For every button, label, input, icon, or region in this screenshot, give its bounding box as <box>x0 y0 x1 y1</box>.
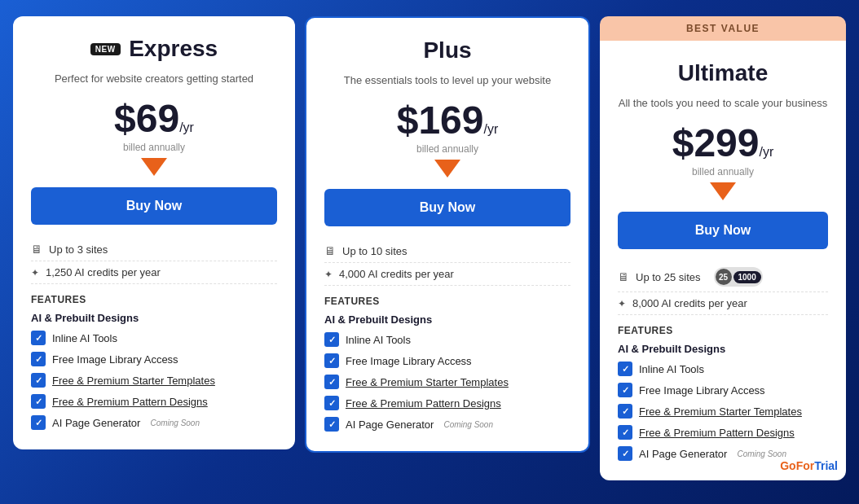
plus-feature-5: AI Page Generator Coming Soon <box>324 414 570 435</box>
check-icon <box>31 352 46 366</box>
plus-feature-1: Inline AI Tools <box>324 329 570 350</box>
ai-icon: ✦ <box>324 269 333 280</box>
plus-plan-card: Plus The essentials tools to level up yo… <box>305 16 590 453</box>
ultimate-sites: 🖥 Up to 25 sites 25 1000 <box>618 262 828 292</box>
ultimate-period: /yr <box>760 145 774 159</box>
ultimate-feature-4-text[interactable]: Free & Premium Pattern Designs <box>639 427 795 439</box>
express-period: /yr <box>179 121 194 134</box>
express-feature-1-text: Inline AI Tools <box>52 332 117 344</box>
brand-go: Go <box>780 459 795 472</box>
ultimate-description: All the tools you need to scale your bus… <box>618 96 828 111</box>
plus-buy-button[interactable]: Buy Now <box>324 189 570 226</box>
best-value-banner: BEST VALUE <box>600 16 846 41</box>
ai-icon: ✦ <box>618 298 626 309</box>
ultimate-features-subheading: AI & Prebuilt Designs <box>618 343 828 355</box>
express-feature-5-text: AI Page Generator <box>52 417 140 429</box>
sites-icon: 🖥 <box>618 270 629 283</box>
arrow-down-icon <box>434 160 460 177</box>
express-feature-4-text[interactable]: Free & Premium Pattern Designs <box>52 396 208 408</box>
check-icon <box>31 373 46 388</box>
plus-ai-credits-text: 4,000 AI credits per year <box>339 268 454 280</box>
ultimate-buy-button[interactable]: Buy Now <box>618 212 828 249</box>
arrow-down-icon <box>710 182 736 200</box>
check-icon <box>618 425 632 440</box>
ultimate-feature-1: Inline AI Tools <box>618 358 828 379</box>
ultimate-features-label: FEATURES <box>618 325 828 336</box>
plus-plan-name: Plus <box>423 37 471 63</box>
plus-feature-3: Free & Premium Starter Templates <box>324 371 570 392</box>
plus-ai-credits: ✦ 4,000 AI credits per year <box>324 263 570 286</box>
check-icon <box>324 375 339 389</box>
ultimate-price: $299 <box>672 121 760 164</box>
ultimate-plan-card: Ultimate All the tools you need to scale… <box>600 41 846 480</box>
plus-sites-text: Up to 10 sites <box>342 245 407 257</box>
ultimate-coming-soon: Coming Soon <box>737 449 786 458</box>
express-feature-1: Inline AI Tools <box>31 327 277 348</box>
express-feature-5: AI Page Generator Coming Soon <box>31 412 277 433</box>
plus-feature-2: Free Image Library Access <box>324 350 570 371</box>
express-feature-3: Free & Premium Starter Templates <box>31 370 277 391</box>
plus-feature-2-text: Free Image Library Access <box>346 355 472 367</box>
sites-icon: 🖥 <box>324 244 336 257</box>
express-buy-button[interactable]: Buy Now <box>31 187 277 225</box>
express-header: NEW Express <box>31 36 277 62</box>
check-icon <box>618 362 632 376</box>
express-features-subheading: AI & Prebuilt Designs <box>31 312 277 324</box>
express-feature-3-text[interactable]: Free & Premium Starter Templates <box>52 375 215 387</box>
ultimate-plan-name: Ultimate <box>678 60 768 85</box>
plus-coming-soon: Coming Soon <box>443 420 493 429</box>
plus-description: The essentials tools to level up your we… <box>324 73 570 88</box>
express-sites: 🖥 Up to 3 sites <box>31 238 277 261</box>
ultimate-billing: billed annually <box>618 166 828 177</box>
plus-feature-3-text[interactable]: Free & Premium Starter Templates <box>346 376 509 388</box>
ultimate-sites-text: Up to 25 sites <box>636 271 701 283</box>
check-icon <box>618 404 632 419</box>
express-feature-4: Free & Premium Pattern Designs <box>31 391 277 412</box>
check-icon <box>324 396 339 410</box>
check-icon <box>324 417 339 432</box>
plus-period: /yr <box>484 122 499 136</box>
ultimate-feature-3-text[interactable]: Free & Premium Starter Templates <box>639 405 802 418</box>
express-billing: billed annually <box>31 142 277 153</box>
ultimate-feature-2: Free Image Library Access <box>618 379 828 401</box>
sites-icon: 🖥 <box>31 243 42 256</box>
new-badge: NEW <box>90 43 121 55</box>
check-icon <box>618 446 632 461</box>
express-plan-card: NEW Express Perfect for website creators… <box>13 16 295 449</box>
check-icon <box>31 415 46 430</box>
ultimate-arrow <box>618 182 828 204</box>
brand-trial: Trial <box>814 459 838 472</box>
pricing-container: NEW Express Perfect for website creators… <box>8 16 851 480</box>
brand-for: For <box>796 459 815 472</box>
ultimate-plan-wrapper: BEST VALUE Ultimate All the tools you ne… <box>600 16 846 480</box>
plus-header: Plus <box>324 37 570 64</box>
ai-icon: ✦ <box>31 267 39 278</box>
express-price-section: $69/yr <box>31 99 277 138</box>
express-ai-credits: ✦ 1,250 AI credits per year <box>31 261 277 284</box>
ultimate-feature-3: Free & Premium Starter Templates <box>618 401 828 422</box>
plus-arrow <box>324 160 570 181</box>
express-plan-name: Express <box>129 36 218 61</box>
check-icon <box>618 383 632 397</box>
express-ai-credits-text: 1,250 AI credits per year <box>46 266 161 278</box>
ultimate-ai-credits-text: 8,000 AI credits per year <box>632 297 747 309</box>
plus-billing: billed annually <box>324 143 570 155</box>
express-sites-text: Up to 3 sites <box>49 243 108 256</box>
slider-current: 25 <box>716 269 732 285</box>
check-icon <box>31 331 46 345</box>
brand-logo: GoForTrial <box>780 459 838 472</box>
plus-sites: 🖥 Up to 10 sites <box>324 239 570 263</box>
ultimate-feature-5-text: AI Page Generator <box>639 448 727 460</box>
sites-slider[interactable]: 25 1000 <box>714 267 763 287</box>
express-feature-2-text: Free Image Library Access <box>52 353 178 366</box>
slider-max: 1000 <box>733 271 761 283</box>
express-price: $69 <box>114 97 179 140</box>
check-icon <box>31 394 46 409</box>
plus-price-section: $169/yr <box>324 101 570 140</box>
express-coming-soon: Coming Soon <box>150 419 200 427</box>
ultimate-feature-4: Free & Premium Pattern Designs <box>618 422 828 443</box>
plus-feature-4-text[interactable]: Free & Premium Pattern Designs <box>346 397 501 410</box>
ultimate-feature-2-text: Free Image Library Access <box>639 384 765 397</box>
ultimate-header: Ultimate <box>618 60 828 86</box>
express-feature-2: Free Image Library Access <box>31 348 277 370</box>
